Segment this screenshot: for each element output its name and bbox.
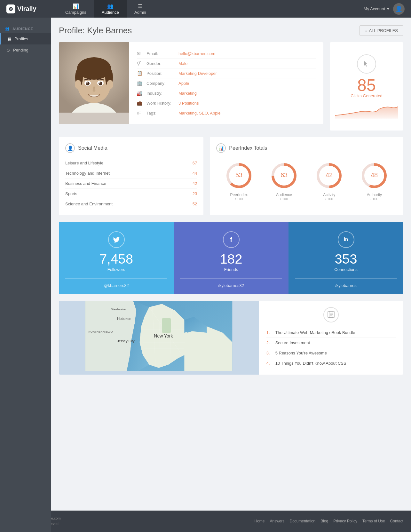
email-value[interactable]: hello@kbarnes.com — [178, 51, 215, 56]
linkedin-count: 353 — [335, 252, 357, 266]
donut-authority: 48 Authority / 100 — [360, 161, 389, 201]
work-history-value[interactable]: 3 Positions — [178, 101, 199, 106]
svg-point-14 — [99, 82, 102, 85]
social-media-header: 👤 Social Media — [65, 143, 197, 153]
facebook-icon-wrap: f — [223, 231, 240, 248]
svg-text:63: 63 — [281, 171, 288, 179]
svg-point-13 — [86, 82, 90, 85]
footer-link-answers[interactable]: Answers — [270, 519, 285, 523]
company-value: Apple — [178, 81, 189, 86]
facebook-type: Friends — [224, 267, 238, 272]
work-history-row: 💼 Work History: 3 Positions — [137, 98, 316, 108]
sm-value-1: 44 — [193, 171, 197, 176]
sm-value-3: 23 — [193, 191, 197, 196]
donut-peerindex: 53 PeerIndex / 100 — [225, 161, 253, 201]
article-list: 1. The Ultimate Web-Marketing eBook Bund… — [266, 328, 396, 368]
list-item: Science and Environment 52 — [65, 199, 197, 209]
nav-campaigns[interactable]: 📊 Campaigns — [58, 0, 94, 18]
list-item: Business and Finance 42 — [65, 179, 197, 189]
donut-peerindex-label: PeerIndex / 100 — [230, 193, 248, 201]
facebook-handle[interactable]: /kylebarnes82 — [180, 278, 282, 288]
svg-text:Hoboken: Hoboken — [117, 317, 131, 321]
article-text-0[interactable]: The Ultimate Web-Marketing eBook Bundle — [275, 330, 355, 335]
linkedin-in-icon: in — [344, 237, 348, 242]
sidebar-item-pending[interactable]: ⊙ Pending — [0, 44, 51, 56]
donut-authority-svg: 48 — [360, 161, 389, 190]
map-section: Jersey City Hoboken New York NORTHERN BL… — [59, 301, 259, 375]
donut-audience-svg: 63 — [270, 161, 298, 190]
linkedin-icon-wrap: in — [338, 231, 354, 248]
logo-text: Virally — [17, 5, 36, 12]
logo-icon: V — [6, 4, 15, 13]
email-icon: ✉ — [137, 51, 143, 56]
footer-link-terms[interactable]: Terms of Use — [362, 519, 385, 523]
twitter-type: Followers — [107, 267, 125, 272]
cursor-icon — [363, 60, 370, 68]
profile-card: ✉ Email: hello@kbarnes.com ⚥ Gender: Mal… — [59, 42, 323, 124]
sidebar-item-profiles[interactable]: ▦ Profiles — [0, 33, 51, 44]
list-item: 1. The Ultimate Web-Marketing eBook Bund… — [266, 328, 396, 338]
article-text-1[interactable]: Secure Investment — [275, 340, 310, 345]
clicks-number: 85 — [357, 77, 376, 93]
nav-audience[interactable]: 👥 Audience — [94, 0, 127, 18]
profile-photo — [59, 42, 129, 124]
social-media-rows: Leisure and Lifestyle 67 Technology and … — [65, 158, 197, 209]
twitter-handle[interactable]: @kbarners82 — [65, 278, 167, 288]
dropdown-icon: ▾ — [387, 6, 389, 11]
sm-label-2: Business and Finance — [65, 181, 106, 186]
list-item: Sports 23 — [65, 189, 197, 199]
sm-value-4: 52 — [193, 202, 197, 206]
map-svg: Jersey City Hoboken New York NORTHERN BL… — [59, 301, 259, 371]
work-history-icon: 💼 — [137, 100, 143, 106]
footer-link-blog[interactable]: Blog — [320, 519, 328, 523]
svg-marker-33 — [85, 301, 136, 371]
logo[interactable]: V Virally — [6, 4, 58, 13]
profiles-icon: ▦ — [7, 36, 11, 41]
my-account-menu[interactable]: My Account ▾ — [364, 6, 389, 11]
cursor-icon-wrap — [357, 54, 376, 74]
audience-section-icon: 👥 — [5, 27, 10, 31]
svg-text:V: V — [10, 8, 12, 11]
sm-value-2: 42 — [193, 181, 197, 186]
tags-value: Marketing, SEO, Apple — [178, 111, 221, 115]
company-icon: 🏢 — [137, 81, 143, 86]
articles-icon-wrap — [323, 307, 339, 322]
gender-icon: ⚥ — [137, 61, 143, 66]
sidebar: 👥 AUDIENCE ▦ Profiles ⊙ Pending — [0, 18, 51, 532]
footer-link-home[interactable]: Home — [254, 519, 265, 523]
twitter-block: 7,458 Followers @kbarners82 — [59, 222, 174, 294]
footer-link-privacy[interactable]: Privacy Policy — [333, 519, 357, 523]
articles-section: 1. The Ultimate Web-Marketing eBook Bund… — [259, 301, 403, 375]
position-icon: 📋 — [137, 71, 143, 76]
svg-text:NORTHERN BLVD: NORTHERN BLVD — [88, 330, 113, 333]
sidebar-section-audience: 👥 AUDIENCE — [0, 24, 51, 33]
svg-text:Weehawken: Weehawken — [111, 308, 127, 311]
nav-right: My Account ▾ 👤 — [364, 3, 405, 15]
footer-link-contact[interactable]: Contact — [390, 519, 403, 523]
tags-icon: 🏷 — [137, 110, 143, 115]
facebook-f-icon: f — [230, 236, 232, 243]
user-avatar[interactable]: 👤 — [393, 3, 405, 15]
article-num-0: 1. — [266, 330, 272, 335]
svg-point-16 — [99, 82, 100, 83]
donut-audience-label: Audience / 100 — [276, 193, 292, 201]
article-num-2: 3. — [266, 351, 272, 355]
sort-icon: ↕ — [365, 28, 367, 33]
pending-icon: ⊙ — [6, 48, 10, 52]
footer: www.haritagachristiancollege.com © Viral… — [0, 511, 411, 532]
gender-row: ⚥ Gender: Male — [137, 59, 316, 68]
svg-text:42: 42 — [326, 171, 333, 179]
facebook-count: 182 — [220, 252, 242, 266]
svg-point-18 — [107, 80, 113, 89]
tags-row: 🏷 Tags: Marketing, SEO, Apple — [137, 108, 316, 118]
nav-admin[interactable]: ☰ Admin — [127, 0, 154, 18]
social-media-card: 👤 Social Media Leisure and Lifestyle 67 … — [59, 137, 203, 215]
linkedin-handle[interactable]: /kylebarnes — [295, 278, 397, 288]
article-text-3[interactable]: 10 Things You Didn't Know About CSS — [275, 361, 346, 366]
email-row: ✉ Email: hello@kbarnes.com — [137, 49, 316, 59]
article-text-2[interactable]: 5 Reasons You're Awesome — [275, 351, 327, 355]
list-item: 3. 5 Reasons You're Awesome — [266, 348, 396, 358]
list-item: Leisure and Lifestyle 67 — [65, 158, 197, 168]
footer-link-documentation[interactable]: Documentation — [290, 519, 316, 523]
all-profiles-button[interactable]: ↕ ALL PROFILES — [360, 25, 403, 36]
